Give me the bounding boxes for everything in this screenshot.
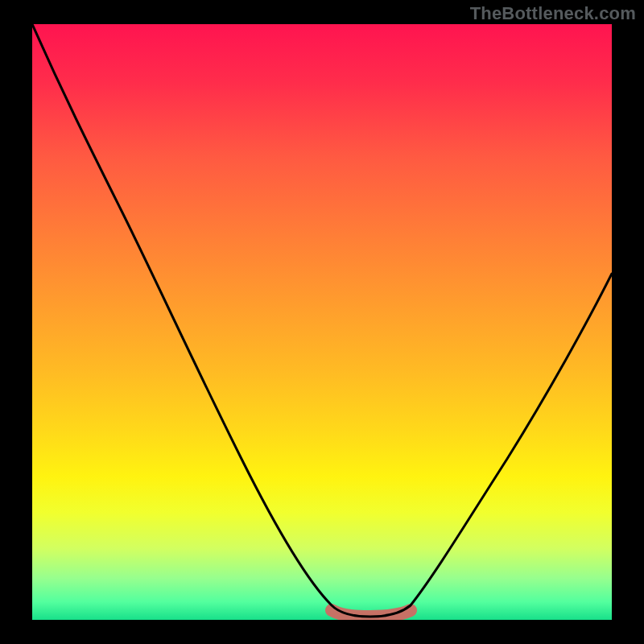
- curve-svg: [32, 24, 612, 620]
- chart-frame: TheBottleneck.com: [0, 0, 644, 644]
- bottleneck-curve: [32, 24, 612, 617]
- watermark-text: TheBottleneck.com: [470, 3, 636, 24]
- plot-area: [32, 24, 612, 620]
